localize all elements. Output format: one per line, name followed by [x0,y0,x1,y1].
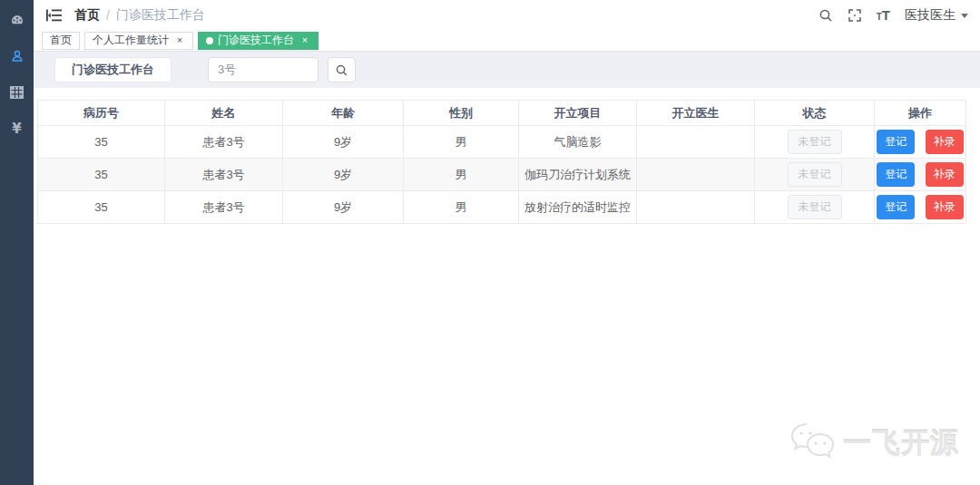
content-area: 病历号 姓名 年龄 性别 开立项目 开立医生 状态 操作 35 患者3号 9岁 … [34,88,980,485]
sidebar: ¥ [0,0,34,485]
col-gender: 性别 [404,101,519,126]
breadcrumb-current: 门诊医技工作台 [116,7,205,24]
user-menu[interactable]: 医技医生 [905,7,968,24]
navbar-right: TT 医技医生 [818,7,968,24]
table-row: 35 患者3号 9岁 男 放射治疗的适时监控 未登记 登记 补录 [38,191,966,224]
cell-status: 未登记 [755,191,875,224]
col-record-no: 病历号 [38,101,165,126]
cell-project: 放射治疗的适时监控 [519,191,637,224]
tags-bar: 首页 个人工作量统计 × 门诊医技工作台 × [34,30,980,52]
hamburger-icon[interactable] [46,9,62,22]
user-icon [10,49,24,63]
cell-name: 患者3号 [165,191,283,224]
cell-project: 气脑造影 [519,126,637,159]
cell-age: 9岁 [283,191,404,224]
table-body: 35 患者3号 9岁 男 气脑造影 未登记 登记 补录 35 患者3号 9岁 男… [38,126,966,224]
breadcrumb-separator: / [106,8,110,23]
active-dot [206,37,213,44]
font-size-icon[interactable]: TT [877,8,890,22]
user-menu-label: 医技医生 [905,7,956,24]
col-status: 状态 [755,101,875,126]
col-actions: 操作 [875,101,966,126]
table-row: 35 患者3号 9岁 男 伽玛刀治疗计划系统 未登记 登记 补录 [38,159,966,191]
cell-doctor [637,126,755,159]
search-button[interactable] [328,57,356,82]
cell-name: 患者3号 [165,159,283,191]
col-name: 姓名 [165,101,283,126]
fullscreen-icon[interactable] [848,8,862,23]
table-header-row: 病历号 姓名 年龄 性别 开立项目 开立医生 状态 操作 [38,101,966,126]
status-badge: 未登记 [788,195,842,219]
register-button[interactable]: 登记 [877,130,915,154]
cell-status: 未登记 [755,126,875,159]
table-icon [10,86,24,99]
close-icon[interactable]: × [174,35,185,45]
header-search-icon[interactable] [818,8,833,23]
navbar: 首页 / 门诊医技工作台 TT 医技医生 [34,0,980,30]
cell-actions: 登记 补录 [875,191,966,224]
makeup-button[interactable]: 补录 [926,130,964,154]
cell-name: 患者3号 [165,126,283,159]
status-badge: 未登记 [788,162,842,187]
patients-table: 病历号 姓名 年龄 性别 开立项目 开立医生 状态 操作 35 患者3号 9岁 … [37,100,966,224]
cell-age: 9岁 [283,126,404,159]
sidebar-item-reports[interactable] [0,74,34,111]
register-button[interactable]: 登记 [877,195,915,219]
makeup-button[interactable]: 补录 [926,162,964,187]
search-input[interactable] [208,57,318,82]
chevron-down-icon [961,14,968,18]
tab-label: 个人工作量统计 [93,33,169,48]
tab-outpatient-workstation[interactable]: 门诊医技工作台 × [198,32,318,50]
col-doctor: 开立医生 [637,101,755,126]
tab-home[interactable]: 首页 [42,32,80,50]
workstation-title-button[interactable]: 门诊医技工作台 [54,57,172,82]
cell-doctor [637,159,755,191]
cell-actions: 登记 补录 [875,126,966,159]
cell-gender: 男 [404,159,519,191]
cell-doctor [637,191,755,224]
main-area: 首页 / 门诊医技工作台 TT 医技医生 [34,0,980,485]
makeup-button[interactable]: 补录 [926,195,964,219]
cell-gender: 男 [404,191,519,224]
breadcrumb: 首页 / 门诊医技工作台 [74,7,205,24]
status-badge: 未登记 [788,130,842,154]
cell-age: 9岁 [283,159,404,191]
sidebar-item-fees[interactable]: ¥ [0,111,34,147]
money-icon: ¥ [12,121,21,137]
cell-gender: 男 [404,126,519,159]
tab-personal-workload[interactable]: 个人工作量统计 × [84,32,193,50]
register-button[interactable]: 登记 [877,162,915,187]
cell-status: 未登记 [755,159,875,191]
dashboard-icon [10,13,24,27]
search-icon [335,63,348,77]
app-window: ¥ 首页 / 门诊医技工作台 TT 医技医 [0,0,980,485]
breadcrumb-home[interactable]: 首页 [74,7,100,24]
cell-record-no: 35 [38,126,165,159]
tab-label: 门诊医技工作台 [218,33,294,48]
sidebar-item-dashboard[interactable] [0,2,34,38]
col-project: 开立项目 [519,101,637,126]
sidebar-item-workstation[interactable] [0,38,34,74]
cell-actions: 登记 补录 [875,159,966,191]
col-age: 年龄 [283,101,404,126]
cell-project: 伽玛刀治疗计划系统 [519,159,637,191]
filter-bar: 门诊医技工作台 [34,52,980,88]
cell-record-no: 35 [38,159,165,191]
close-icon[interactable]: × [299,35,310,45]
table-row: 35 患者3号 9岁 男 气脑造影 未登记 登记 补录 [38,126,966,159]
cell-record-no: 35 [38,191,165,224]
tab-label: 首页 [50,33,72,48]
